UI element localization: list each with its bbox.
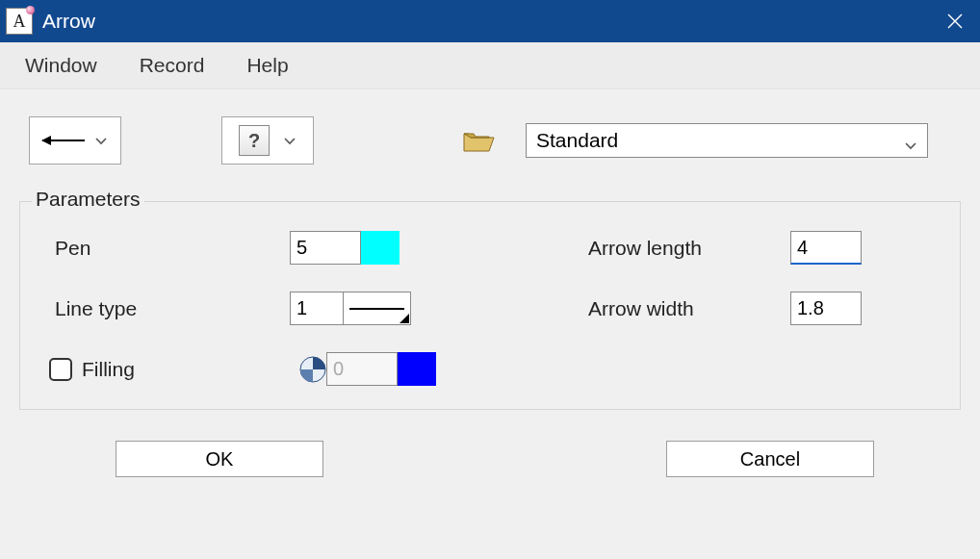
cancel-button[interactable]: Cancel: [666, 441, 874, 477]
question-icon: ?: [239, 125, 270, 156]
menu-help[interactable]: Help: [239, 48, 296, 83]
arrow-style-dropdown[interactable]: [29, 116, 121, 165]
window-title: Arrow: [42, 10, 95, 33]
ok-button[interactable]: OK: [116, 441, 323, 477]
app-icon-letter: A: [13, 12, 26, 32]
pen-color-swatch[interactable]: [361, 231, 400, 265]
filling-checkbox[interactable]: [49, 358, 72, 381]
arrow-left-icon: [42, 140, 85, 141]
linetype-preview[interactable]: [344, 292, 411, 325]
filling-input: [326, 352, 398, 386]
chevron-down-icon: [904, 134, 917, 147]
parameters-group: Parameters Pen Arrow length Line type Ar…: [19, 201, 961, 410]
pen-input[interactable]: [290, 231, 361, 265]
group-title: Parameters: [32, 188, 144, 211]
close-icon: [947, 13, 963, 29]
menubar: Window Record Help: [0, 42, 980, 89]
pen-label: Pen: [49, 237, 290, 260]
arrow-length-input[interactable]: [790, 231, 862, 265]
filling-label: Filling: [82, 358, 135, 381]
folder-open-icon[interactable]: [462, 128, 495, 153]
pie-chart-icon[interactable]: [299, 356, 326, 383]
chevron-down-icon: [283, 134, 297, 147]
arrow-length-label: Arrow length: [540, 237, 790, 260]
toolbar: ? Standard: [0, 89, 980, 191]
titlebar: A Arrow: [0, 0, 980, 42]
menu-window[interactable]: Window: [17, 48, 105, 83]
button-row: OK Cancel: [0, 410, 980, 477]
help-dropdown[interactable]: ?: [221, 116, 314, 165]
preset-combo[interactable]: Standard: [526, 123, 928, 158]
chevron-down-icon: [94, 134, 108, 147]
close-button[interactable]: [930, 0, 980, 42]
app-icon-bead: [26, 6, 35, 14]
arrow-width-input[interactable]: [790, 292, 862, 325]
ok-button-label: OK: [206, 448, 234, 470]
filling-color-swatch[interactable]: [398, 352, 436, 386]
app-icon: A: [6, 8, 33, 35]
preset-combo-label: Standard: [536, 129, 618, 152]
linetype-label: Line type: [49, 297, 290, 320]
menu-record[interactable]: Record: [132, 48, 213, 83]
linetype-input[interactable]: [290, 292, 344, 325]
arrow-width-label: Arrow width: [540, 297, 790, 320]
cancel-button-label: Cancel: [740, 448, 800, 470]
